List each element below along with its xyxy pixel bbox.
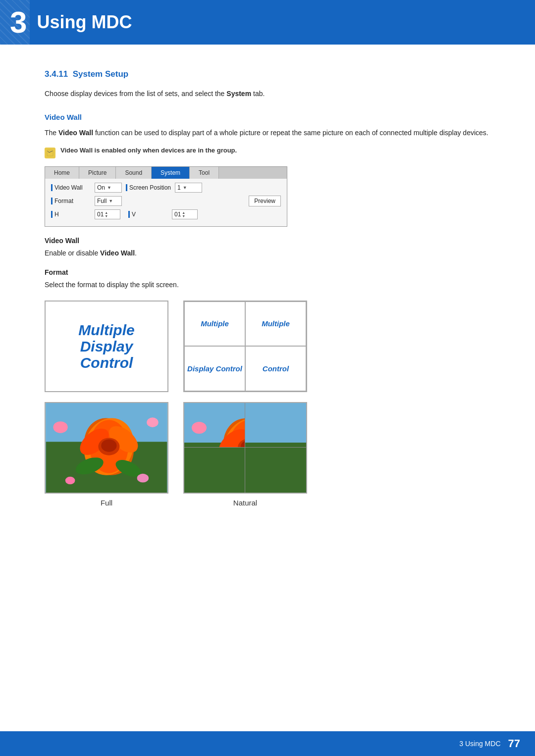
flower-images: Full: [45, 402, 490, 507]
section-intro: Choose display devices from the list of …: [45, 88, 490, 99]
format-label: Format: [51, 198, 91, 204]
natural-flower-item: Natural: [183, 402, 307, 507]
mdc-full-display: Multiple Display Control: [45, 301, 168, 392]
full-label: Full: [101, 499, 112, 507]
panel-row-hv: H 01 ▲▼ V 01 ▲▼: [51, 209, 281, 219]
tab-bar: Home Picture Sound System Tool: [45, 167, 287, 179]
main-content: 3.4.11 System Setup Choose display devic…: [0, 45, 535, 556]
svg-point-17: [137, 473, 149, 482]
svg-rect-29: [245, 443, 306, 448]
format-desc: Select the format to display the split s…: [45, 279, 490, 290]
format-full-text: Multiple Display Control: [45, 301, 168, 392]
video-wall-heading: Video Wall: [45, 113, 490, 121]
svg-point-16: [65, 476, 75, 484]
label-bar2: [126, 184, 127, 191]
svg-rect-37: [184, 448, 245, 493]
page-footer: 3 Using MDC 77: [0, 731, 535, 756]
panel-row-format: Format Full ▼ Preview: [51, 196, 281, 206]
footer-page-number: 77: [508, 737, 520, 750]
quadrant-bl: [184, 448, 245, 493]
page-header: 3 Using MDC: [0, 0, 535, 45]
quadrant-tl: [184, 403, 245, 448]
v-spinner[interactable]: 01 ▲▼: [172, 209, 198, 219]
note-block: Video Wall is enabled only when devices …: [45, 147, 490, 158]
natural-flower-image: [183, 402, 307, 494]
svg-point-14: [53, 421, 67, 433]
h-label: H: [51, 211, 91, 218]
quadrant-br: [245, 448, 306, 493]
format-images: Multiple Display Control Multiple Multip…: [45, 301, 490, 392]
label-bar3: [51, 198, 53, 204]
note-text: Video Wall is enabled only when devices …: [60, 147, 237, 154]
format-select[interactable]: Full ▼: [95, 196, 122, 206]
footer-text: 3 Using MDC: [459, 740, 500, 748]
tab-sound[interactable]: Sound: [116, 167, 152, 179]
videowall-section-label: Video Wall: [45, 237, 490, 245]
videowall-label: Video Wall: [51, 184, 91, 191]
screenpos-label: Screen Position: [126, 184, 171, 191]
natural-label: Natural: [233, 499, 257, 507]
label-bar: [51, 184, 53, 191]
screenpos-select[interactable]: 1 ▼: [175, 183, 202, 193]
format-section-label: Format: [45, 268, 490, 276]
svg-rect-44: [245, 448, 306, 493]
full-flower-item: Full: [45, 402, 168, 507]
format-natural-text: Multiple Multiple Display Control Contro…: [183, 301, 307, 392]
chapter-title: Using MDC: [37, 12, 132, 33]
svg-rect-28: [245, 403, 306, 443]
videowall-enable-desc: Enable or disable Video Wall.: [45, 248, 490, 258]
h-spinner[interactable]: 01 ▲▼: [95, 209, 120, 219]
tab-picture[interactable]: Picture: [79, 167, 116, 179]
svg-point-15: [147, 417, 158, 427]
tab-system[interactable]: System: [152, 167, 190, 179]
ui-panel: Home Picture Sound System Tool Video Wal…: [45, 166, 287, 227]
section-heading: 3.4.11 System Setup: [45, 69, 490, 79]
video-wall-description: The Video Wall function can be used to d…: [45, 127, 490, 138]
dropdown-arrow3: ▼: [108, 199, 113, 203]
dropdown-arrow2: ▼: [183, 185, 187, 190]
panel-row-videowall: Video Wall On ▼ Screen Position 1 ▼: [51, 183, 281, 193]
full-flower-image: [45, 402, 168, 494]
svg-point-11: [101, 439, 116, 452]
panel-body: Video Wall On ▼ Screen Position 1 ▼: [45, 179, 287, 226]
h-spinner-arrows: ▲▼: [105, 211, 108, 218]
dropdown-arrow: ▼: [107, 185, 111, 190]
label-bar4: [51, 211, 53, 218]
tab-tool[interactable]: Tool: [190, 167, 219, 179]
v-spinner-arrows: ▲▼: [182, 211, 185, 218]
label-bar5: [128, 211, 130, 218]
mdc-natural-display: Multiple Multiple Display Control Contro…: [183, 301, 307, 392]
svg-point-27: [192, 422, 207, 434]
v-label: V: [128, 211, 168, 218]
note-icon: [45, 148, 55, 158]
videowall-select[interactable]: On ▼: [95, 183, 122, 193]
chapter-number: 3: [10, 7, 27, 38]
preview-button[interactable]: Preview: [249, 196, 281, 206]
tab-home[interactable]: Home: [45, 167, 79, 179]
quadrant-tr: [245, 403, 306, 448]
